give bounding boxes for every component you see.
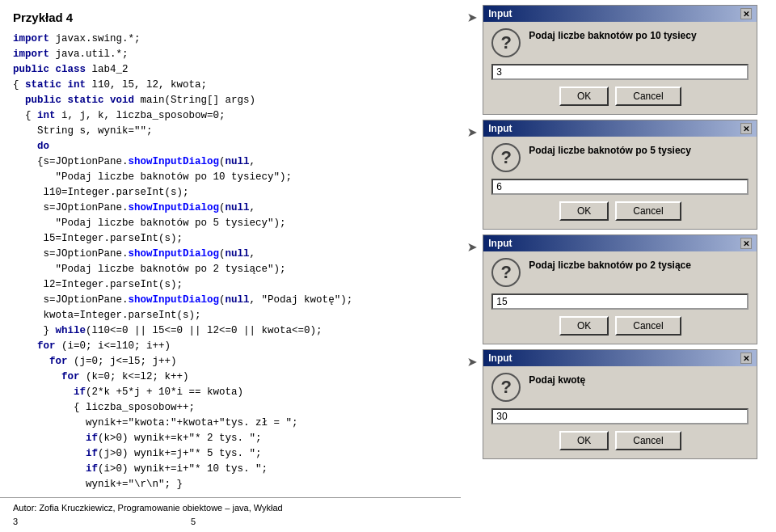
example-title: Przykład 4 [13,8,448,27]
arrow-2: ➤ [467,123,478,145]
dialog-message-3: Podaj liczbe baknotów po 2 tysiące [529,258,691,271]
dialog-question-icon-1: ? [491,28,521,57]
dialog-message-2: Podaj liczbe baknotów po 5 tysiecy [529,143,691,156]
page-number: 5 [191,517,196,526]
dialog-titlebar-1: Input ✕ [483,6,757,22]
dialog-title-text-1: Input [488,8,512,19]
dialog-input-2[interactable] [491,179,749,195]
dialog-message-1: Podaj liczbe baknotów po 10 tysiecy [529,28,696,41]
dialog-input-1[interactable] [491,64,749,80]
dialog-message-4: Podaj kwotę [529,373,585,386]
dialog-message-row-3: ? Podaj liczbe baknotów po 2 tysiące [491,258,749,287]
dialog-close-button-2[interactable]: ✕ [740,123,752,134]
dialogs-section: ➤ Input ✕ ? Podaj liczbe baknotów po 10 … [461,0,776,532]
dialog-window-3: Input ✕ ? Podaj liczbe baknotów po 2 tys… [483,234,757,344]
dialog-ok-button-1[interactable]: OK [559,87,609,106]
dialog-ok-button-4[interactable]: OK [559,431,609,450]
code-section: Przykład 4 import javax.swing.*; import … [0,0,461,532]
dialog-titlebar-4: Input ✕ [483,350,757,366]
dialog-message-row-1: ? Podaj liczbe baknotów po 10 tysiecy [491,28,749,57]
dialog-row-1: ➤ Input ✕ ? Podaj liczbe baknotów po 10 … [467,5,770,115]
arrow-1: ➤ [467,8,478,30]
dialog-question-icon-2: ? [491,143,521,172]
dialog-buttons-2: OK Cancel [491,201,749,221]
dialog-body-2: ? Podaj liczbe baknotów po 5 tysiecy OK … [483,137,757,229]
dialog-question-icon-3: ? [491,258,521,287]
arrow-4: ➤ [467,353,478,374]
dialog-buttons-3: OK Cancel [491,316,749,336]
dialog-cancel-button-1[interactable]: Cancel [615,87,681,106]
dialog-row-3: ➤ Input ✕ ? Podaj liczbe baknotów po 2 t… [467,234,770,344]
dialog-body-3: ? Podaj liczbe baknotów po 2 tysiące OK … [483,251,757,344]
dialog-input-4[interactable] [491,408,749,424]
dialog-input-3[interactable] [491,293,749,310]
dialog-cancel-button-2[interactable]: Cancel [615,201,681,221]
dialog-window-4: Input ✕ ? Podaj kwotę OK Cancel [483,349,757,459]
dialog-titlebar-2: Input ✕ [483,120,757,137]
dialog-title-text-2: Input [488,123,512,134]
footer: Autor: Zofia Kruczkiewicz, Programowanie… [0,497,461,529]
dialog-body-1: ? Podaj liczbe baknotów po 10 tysiecy OK… [483,22,757,114]
dialog-buttons-4: OK Cancel [491,431,749,450]
dialog-window-1: Input ✕ ? Podaj liczbe baknotów po 10 ty… [483,5,757,115]
dialog-ok-button-2[interactable]: OK [559,201,609,221]
footer-text: Autor: Zofia Kruczkiewicz, Programowanie… [13,503,283,526]
dialog-close-button-1[interactable]: ✕ [740,8,752,19]
code-body: import javax.swing.*; import java.util.*… [13,32,448,492]
dialog-close-button-3[interactable]: ✕ [740,238,752,249]
dialog-title-text-4: Input [488,353,512,364]
dialog-ok-button-3[interactable]: OK [559,316,609,336]
arrow-3: ➤ [467,238,478,260]
dialog-cancel-button-3[interactable]: Cancel [615,316,681,336]
dialog-question-icon-4: ? [491,373,521,402]
dialog-window-2: Input ✕ ? Podaj liczbe baknotów po 5 tys… [483,120,757,230]
dialog-message-row-2: ? Podaj liczbe baknotów po 5 tysiecy [491,143,749,172]
dialog-cancel-button-4[interactable]: Cancel [615,431,681,450]
dialog-row-2: ➤ Input ✕ ? Podaj liczbe baknotów po 5 t… [467,120,770,230]
dialog-body-4: ? Podaj kwotę OK Cancel [483,366,757,458]
dialog-message-row-4: ? Podaj kwotę [491,373,749,402]
dialog-row-4: ➤ Input ✕ ? Podaj kwotę OK Cancel [467,349,770,459]
dialog-buttons-1: OK Cancel [491,87,749,106]
dialog-titlebar-3: Input ✕ [483,235,757,251]
dialog-close-button-4[interactable]: ✕ [740,353,752,364]
dialog-title-text-3: Input [488,238,512,249]
